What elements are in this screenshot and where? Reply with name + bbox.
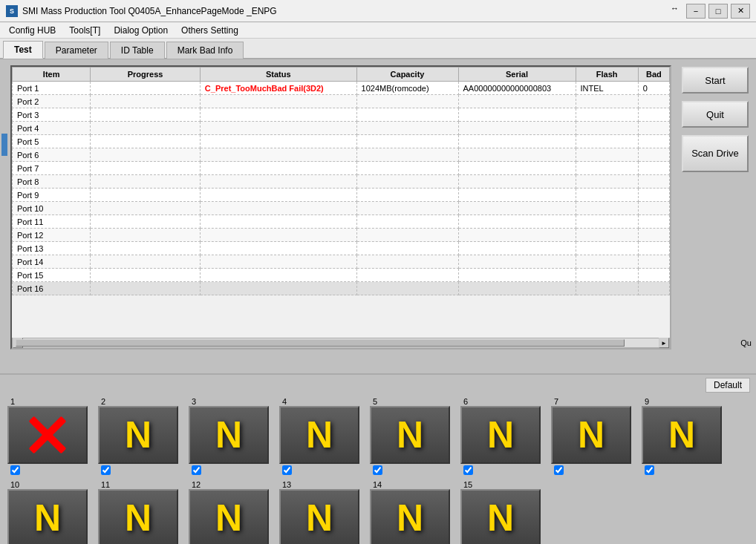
tab-test[interactable]: Test	[3, 41, 43, 59]
drive-n-icon[interactable]: N	[189, 406, 269, 464]
cell-status	[200, 95, 356, 108]
drive-checkbox[interactable]	[645, 465, 654, 475]
tab-parameter[interactable]: Parameter	[45, 42, 108, 59]
cell-item: Port 12	[13, 229, 91, 242]
cell-progress	[91, 229, 201, 242]
start-button[interactable]: Start	[682, 67, 749, 94]
drive-n-icon[interactable]: N	[189, 489, 269, 544]
cell-flash: INTEL	[576, 82, 638, 95]
menu-tools[interactable]: Tools[T]	[63, 24, 106, 37]
double-arrow-icon: ↔	[671, 4, 679, 19]
drive-number: 10	[7, 480, 19, 489]
drive-checkbox[interactable]	[554, 465, 564, 475]
drive-number: 11	[98, 480, 110, 489]
scroll-right-arrow[interactable]: ►	[659, 338, 669, 348]
drive-checkbox[interactable]	[192, 465, 201, 475]
right-panel: Start Quit Scan Drive	[674, 59, 756, 353]
cell-status	[200, 229, 356, 242]
tab-mark-bad-info[interactable]: Mark Bad Info	[166, 42, 244, 59]
cell-flash	[576, 255, 638, 269]
drive-cell: 7N	[551, 397, 639, 477]
cell-bad	[638, 215, 669, 229]
cell-item: Port 10	[13, 202, 91, 215]
cell-capacity	[356, 175, 458, 189]
cell-serial	[458, 175, 576, 189]
app-icon: S	[6, 5, 18, 17]
port-table: Item Progress Status Capacity Serial Fla…	[12, 67, 670, 295]
scroll-thumb[interactable]	[16, 339, 625, 347]
drive-n-icon[interactable]: N	[279, 406, 359, 464]
cell-item: Port 9	[13, 189, 91, 202]
cell-status	[200, 122, 356, 135]
title-bar-controls: ↔ − □ ✕	[671, 4, 750, 19]
drive-n-icon[interactable]: N	[98, 489, 178, 544]
drive-checkbox[interactable]	[10, 465, 20, 475]
cell-item: Port 11	[13, 215, 91, 229]
table-row: Port 9	[13, 189, 670, 202]
cell-progress	[91, 282, 201, 295]
cell-bad	[638, 269, 669, 282]
drive-checkbox[interactable]	[282, 465, 292, 475]
cell-flash	[576, 215, 638, 229]
cell-flash	[576, 135, 638, 148]
drive-number: 1	[7, 397, 15, 406]
cell-progress	[91, 148, 201, 162]
cell-bad	[638, 189, 669, 202]
cell-status	[200, 215, 356, 229]
col-header-item: Item	[13, 68, 91, 82]
cell-progress	[91, 122, 201, 135]
drive-n-icon[interactable]: N	[460, 406, 541, 464]
drive-number: 4	[279, 397, 287, 406]
cell-serial	[458, 242, 576, 255]
drive-n-icon[interactable]: N	[370, 406, 450, 464]
quit-button[interactable]: Quit	[682, 101, 749, 128]
close-button[interactable]: ✕	[731, 4, 750, 19]
drive-n-icon[interactable]: N	[279, 489, 359, 544]
cell-progress	[91, 82, 201, 95]
menu-config-hub[interactable]: Config HUB	[3, 24, 62, 37]
col-header-progress: Progress	[91, 68, 201, 82]
title-bar-left: S SMI Mass Production Tool Q0405A_Enhanc…	[6, 5, 277, 17]
cell-status	[200, 282, 356, 295]
maximize-button[interactable]: □	[708, 4, 728, 19]
left-sidebar	[0, 59, 7, 353]
table-scroll-area[interactable]: Item Progress Status Capacity Serial Fla…	[12, 67, 670, 338]
cell-bad	[638, 108, 669, 122]
horizontal-scrollbar[interactable]: ◄ ►	[12, 338, 670, 348]
table-row: Port 15	[13, 269, 670, 282]
tab-id-table[interactable]: ID Table	[110, 42, 165, 59]
drive-n-icon[interactable]: N	[642, 406, 722, 464]
cell-serial	[458, 229, 576, 242]
col-header-bad: Bad	[638, 68, 669, 82]
drive-cell: 15N	[460, 480, 548, 544]
table-row: Port 2	[13, 95, 670, 108]
cell-bad: 0	[638, 82, 669, 95]
drive-grid: 12N3N4N5N6N7N9N10N11N12N13N14N15N	[0, 396, 756, 544]
drive-n-icon[interactable]: N	[7, 489, 88, 544]
drive-cell: 11N	[98, 480, 186, 544]
drive-n-icon[interactable]: N	[460, 489, 541, 544]
minimize-button[interactable]: −	[686, 4, 706, 19]
cell-serial	[458, 189, 576, 202]
cell-status	[200, 202, 356, 215]
sidebar-indicator	[1, 134, 7, 156]
drive-checkbox[interactable]	[463, 465, 473, 475]
menu-dialog-option[interactable]: Dialog Option	[108, 24, 174, 37]
drive-checkbox[interactable]	[373, 465, 382, 475]
drive-n-icon[interactable]: N	[370, 489, 450, 544]
table-row: Port 7	[13, 162, 670, 175]
drive-fail-icon[interactable]	[7, 406, 88, 464]
drive-n-icon[interactable]: N	[551, 406, 631, 464]
drive-checkbox[interactable]	[101, 465, 111, 475]
drive-n-icon[interactable]: N	[98, 406, 178, 464]
cell-capacity	[356, 269, 458, 282]
table-row: Port 16	[13, 282, 670, 295]
cell-status: C_Pret_TooMuchBad Fail(3D2)	[200, 82, 356, 95]
cell-capacity	[356, 255, 458, 269]
cell-serial	[458, 282, 576, 295]
menu-others-setting[interactable]: Others Setting	[175, 24, 244, 37]
cell-progress	[91, 108, 201, 122]
cell-item: Port 14	[13, 255, 91, 269]
drive-cell: 6N	[460, 397, 548, 477]
scan-drive-button[interactable]: Scan Drive	[682, 135, 749, 172]
